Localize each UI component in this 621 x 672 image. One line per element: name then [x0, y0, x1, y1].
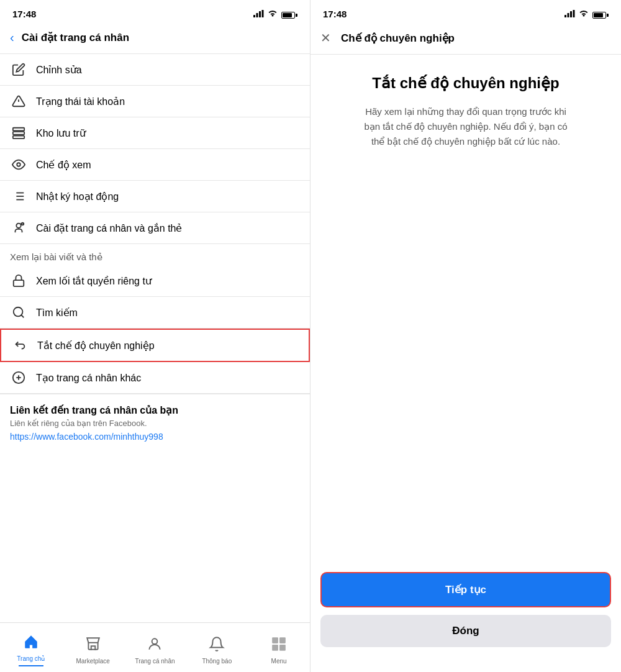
- menu-nav-icon: [271, 636, 287, 656]
- right-panel: 17:48 ✕ Chế độ chuyên nghiệp Tắt chế độ …: [310, 0, 621, 672]
- menu-item-view-mode-label: Chế độ xem: [36, 159, 91, 171]
- bell-icon: [209, 636, 225, 656]
- svg-rect-32: [573, 10, 575, 17]
- wifi-icon: [268, 9, 278, 19]
- menu-item-activity-log[interactable]: Nhật ký hoạt động: [0, 181, 310, 212]
- profile-settings-icon: [10, 221, 27, 235]
- nav-item-menu[interactable]: Menu: [248, 623, 310, 672]
- menu-item-privacy[interactable]: Xem lối tắt quyền riêng tư: [0, 265, 310, 297]
- menu-item-profile-settings[interactable]: Cài đặt trang cá nhân và gắn thẻ: [0, 212, 310, 244]
- profile-nav-icon: [147, 636, 163, 656]
- menu-item-search-label: Tìm kiếm: [36, 307, 78, 319]
- eye-icon: [10, 158, 27, 171]
- svg-rect-29: [564, 15, 566, 17]
- menu-item-turn-off-pro[interactable]: Tắt chế độ chuyên nghiệp: [0, 329, 310, 362]
- menu-item-search[interactable]: Tìm kiếm: [0, 297, 310, 329]
- left-header: ‹ Cài đặt trang cá nhân: [0, 24, 310, 54]
- link-section: Liên kết đến trang cá nhân của bạn Liên …: [0, 394, 310, 448]
- svg-rect-2: [259, 11, 261, 17]
- svg-point-24: [152, 638, 158, 644]
- back-button[interactable]: ‹: [10, 30, 14, 45]
- left-panel: 17:48 ‹ Cài đặt trang cá nhân: [0, 0, 310, 672]
- pro-mode-description: Hãy xem lại những thay đổi quan trọng tr…: [360, 104, 571, 149]
- svg-rect-3: [262, 10, 264, 17]
- list-icon: [10, 189, 27, 203]
- svg-line-20: [21, 315, 24, 317]
- status-bar-right: 17:48: [310, 0, 621, 24]
- menu-list: Chỉnh sửa Trạng thái tài khoản Kho lưu t…: [0, 54, 310, 622]
- svg-rect-7: [13, 132, 24, 135]
- menu-item-create-profile-label: Tạo trang cá nhân khác: [36, 372, 141, 384]
- menu-item-activity-log-label: Nhật ký hoạt động: [36, 191, 119, 202]
- svg-rect-18: [14, 280, 24, 286]
- add-icon: [10, 371, 27, 384]
- nav-item-notifications[interactable]: Thông báo: [186, 623, 248, 672]
- pro-mode-title: Tắt chế độ chuyên nghiệp: [372, 75, 559, 92]
- nav-label-marketplace: Marketplace: [76, 658, 109, 665]
- signal-icon-r: [564, 9, 575, 19]
- menu-item-account-status-label: Trạng thái tài khoản: [36, 96, 125, 107]
- nav-item-home[interactable]: Trang chủ: [0, 623, 62, 672]
- link-title: Liên kết đến trang cá nhân của bạn: [10, 404, 300, 416]
- marketplace-icon: [85, 636, 101, 656]
- home-icon: [23, 633, 39, 653]
- right-content: Tắt chế độ chuyên nghiệp Hãy xem lại nhữ…: [310, 55, 621, 562]
- battery-icon-r: [592, 9, 609, 19]
- svg-rect-30: [568, 13, 569, 17]
- svg-point-19: [14, 307, 23, 317]
- left-page-title: Cài đặt trang cá nhân: [22, 31, 129, 44]
- bottom-buttons: Tiếp tục Đóng: [310, 562, 621, 672]
- nav-label-home: Trang chủ: [17, 655, 45, 662]
- nav-item-profile[interactable]: Trang cá nhân: [124, 623, 186, 672]
- svg-rect-26: [279, 637, 286, 643]
- turn-off-icon: [11, 338, 29, 352]
- nav-item-marketplace[interactable]: Marketplace: [62, 623, 124, 672]
- lock-icon: [10, 274, 27, 288]
- svg-rect-0: [253, 15, 255, 17]
- svg-rect-1: [256, 13, 258, 17]
- close-button[interactable]: ✕: [320, 30, 331, 45]
- right-header: ✕ Chế độ chuyên nghiệp: [310, 24, 621, 55]
- menu-item-profile-settings-label: Cài đặt trang cá nhân và gắn thẻ: [36, 222, 182, 234]
- svg-rect-8: [13, 136, 24, 139]
- menu-item-create-profile[interactable]: Tạo trang cá nhân khác: [0, 362, 310, 394]
- right-page-title: Chế độ chuyên nghiệp: [341, 32, 455, 45]
- svg-point-9: [17, 163, 20, 166]
- storage-icon: [10, 126, 27, 140]
- nav-label-notifications: Thông báo: [202, 658, 232, 665]
- svg-rect-27: [272, 645, 278, 651]
- menu-item-storage[interactable]: Kho lưu trữ: [0, 117, 310, 149]
- edit-icon: [10, 63, 27, 76]
- nav-label-menu: Menu: [271, 658, 287, 665]
- menu-item-turn-off-pro-label: Tắt chế độ chuyên nghiệp: [37, 340, 155, 352]
- menu-item-privacy-label: Xem lối tắt quyền riêng tư: [36, 275, 152, 287]
- svg-point-16: [16, 224, 20, 228]
- warning-icon: [10, 94, 27, 108]
- menu-item-view-mode[interactable]: Chế độ xem: [0, 149, 310, 181]
- svg-rect-28: [279, 645, 286, 651]
- nav-label-profile: Trang cá nhân: [135, 658, 175, 665]
- section-label-review: Xem lại bài viết và thẻ: [0, 244, 310, 265]
- active-underline: [19, 665, 43, 666]
- svg-rect-25: [272, 637, 278, 643]
- search-icon: [10, 306, 27, 319]
- menu-item-storage-label: Kho lưu trữ: [36, 127, 86, 139]
- close-action-button[interactable]: Đóng: [320, 615, 611, 647]
- link-url[interactable]: https://www.facebook.com/minhthuy998: [10, 432, 300, 442]
- status-bar-left: 17:48: [0, 0, 310, 24]
- menu-item-edit[interactable]: Chỉnh sửa: [0, 54, 310, 86]
- continue-button[interactable]: Tiếp tục: [320, 572, 611, 607]
- svg-rect-31: [570, 11, 572, 17]
- menu-item-account-status[interactable]: Trạng thái tài khoản: [0, 86, 310, 117]
- status-icons-right: [564, 9, 609, 19]
- battery-icon: [281, 9, 297, 19]
- bottom-nav: Trang chủ Marketplace Trang cá nhân Thôn…: [0, 622, 310, 672]
- signal-icon: [253, 9, 264, 19]
- link-subtitle: Liên kết riêng của bạn trên Facebook.: [10, 419, 300, 428]
- wifi-icon-r: [579, 9, 589, 19]
- time-right: 17:48: [323, 9, 347, 19]
- status-icons-left: [253, 9, 297, 19]
- menu-item-edit-label: Chỉnh sửa: [36, 64, 82, 76]
- svg-rect-6: [13, 128, 24, 131]
- time-left: 17:48: [12, 9, 36, 19]
